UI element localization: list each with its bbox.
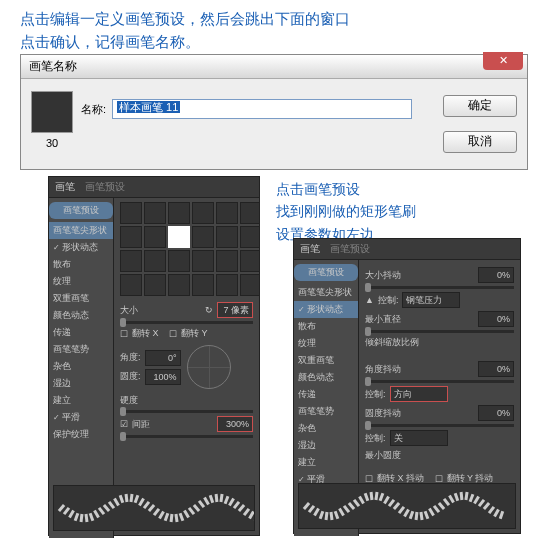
instruction-text: 点击编辑一定义画笔预设，然后会跳出下面的窗口 点击确认，记得画笔名称。 — [0, 0, 560, 61]
brush-name-input[interactable]: 样本画笔 11 — [112, 99, 412, 119]
size-input[interactable]: 7 像素 — [217, 302, 253, 318]
name-label: 名称: — [81, 102, 106, 117]
spacing-input[interactable]: 300% — [217, 416, 253, 432]
brush-preview — [53, 485, 255, 531]
close-icon[interactable]: ✕ — [483, 52, 523, 70]
dialog-titlebar: 画笔名称 ✕ — [21, 55, 527, 79]
spacing-slider[interactable] — [120, 435, 253, 438]
angle-control-dropdown[interactable]: 方向 — [390, 386, 448, 402]
brush-panel: 画笔画笔预设 画笔预设 画笔笔尖形状 形状动态 散布 纹理 双重画笔 颜色动态 … — [48, 176, 260, 536]
flip-icon[interactable]: ↻ — [205, 305, 213, 315]
side-instruction: 点击画笔预设 找到刚刚做的矩形笔刷 设置参数如左边 — [276, 178, 416, 245]
roundness-input[interactable]: 100% — [145, 369, 181, 385]
swatch-size: 30 — [31, 137, 73, 149]
control-dropdown[interactable]: 钢笔压力 — [402, 292, 460, 308]
size-slider[interactable] — [120, 321, 253, 324]
ok-button[interactable]: 确定 — [443, 95, 517, 117]
panel-tabs[interactable]: 画笔画笔预设 — [49, 177, 259, 198]
angle-input[interactable]: 0° — [145, 350, 181, 366]
shape-dynamics-panel: 画笔画笔预设 画笔预设 画笔笔尖形状 形状动态 散布 纹理 双重画笔 颜色动态 … — [293, 238, 521, 534]
panel-tabs[interactable]: 画笔画笔预设 — [294, 239, 520, 260]
brush-swatch — [31, 91, 73, 133]
cancel-button[interactable]: 取消 — [443, 131, 517, 153]
brush-name-dialog: 画笔名称 ✕ 30 名称: 样本画笔 11 确定 取消 — [20, 54, 528, 170]
brush-preview — [298, 483, 516, 529]
brush-thumbnails[interactable] — [120, 202, 253, 296]
hardness-slider[interactable] — [120, 410, 253, 413]
angle-control[interactable] — [187, 345, 231, 389]
